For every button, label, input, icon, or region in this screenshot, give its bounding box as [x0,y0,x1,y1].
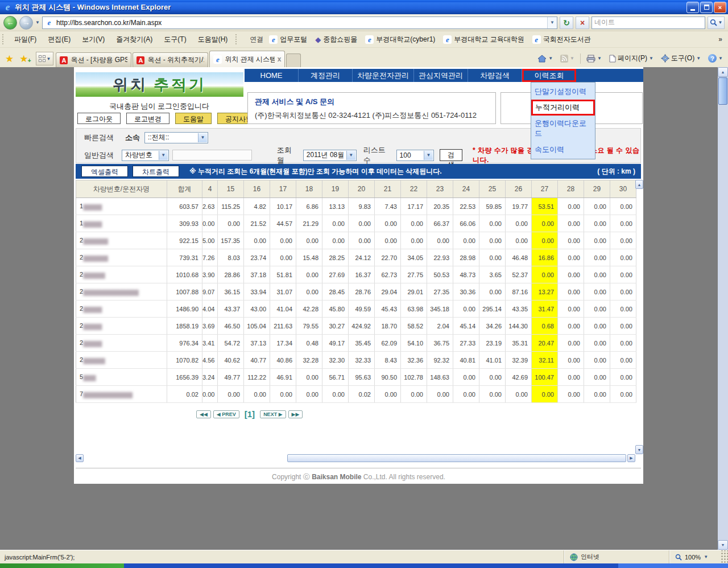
table-vertical-scrollbar[interactable]: ▲ ▼ [635,180,643,454]
tab-active[interactable]: e위치 관제 시스템x [209,51,285,67]
table-row: 1██████309.930.000.0021.5244.5721.290.00… [76,215,636,232]
field-select[interactable]: 차량번호▼ [122,150,169,161]
web-search-input[interactable] [592,17,705,29]
last-page-button[interactable]: ▶▶ [288,410,303,418]
chart-export-button[interactable]: 차트출력 [133,166,179,177]
nav-item-이력조회[interactable]: 이력조회 [522,69,576,82]
tab-inactive[interactable]: A옥션 - [차량용 GPS 위치... [56,52,131,67]
link-label: 국회전자도서관 [543,35,591,44]
distance-cell: 0.00 [453,369,479,386]
menu-도움말(H)[interactable]: 도움말(H) [192,32,234,47]
home-button[interactable]: ▼ [535,53,556,64]
history-dropdown-icon[interactable]: ▼ [35,20,40,25]
scroll-left-icon[interactable]: ◀ [76,454,84,462]
account-button-도움말[interactable]: 도움말 [175,113,212,124]
link-item[interactable]: e부경대학교(cyber1) [363,34,437,46]
column-header-4: 4 [202,180,218,198]
back-button[interactable]: ← [3,16,17,30]
page-dropdown-icon[interactable]: ▼ [649,56,653,61]
quick-tabs-dropdown-icon[interactable]: ▼ [47,56,51,61]
zoom-dropdown-icon[interactable]: ▼ [704,554,708,559]
menu-item-운행이력다운로드[interactable]: 운행이력다운로드 [531,116,595,142]
prev-page-button[interactable]: ◀ PREV [213,410,239,418]
ie-icon: e [443,35,452,44]
menu-보기(V)[interactable]: 보기(V) [76,32,110,47]
page-icon: e [45,18,53,27]
web-search-field[interactable] [594,19,702,27]
menu-도구(T)[interactable]: 도구(T) [158,32,192,47]
tools-button[interactable]: 도구(O) ▼ [658,52,704,64]
scroll-down-icon[interactable]: ▼ [635,445,643,454]
scroll-up-icon[interactable]: ▲ [718,67,728,77]
browser-vertical-scrollbar[interactable]: ▲ ▼ [718,67,728,550]
forward-button[interactable]: → [19,16,33,30]
hscroll-thumb[interactable] [287,454,626,462]
home-dropdown-icon[interactable]: ▼ [548,56,553,61]
nav-item-HOME[interactable]: HOME [245,69,299,82]
home-icon [537,55,547,63]
menu-item-단말기설정이력[interactable]: 단말기설정이력 [531,84,595,100]
url-text[interactable]: http://lbs.searchon.co.kr/Main.aspx [56,19,544,27]
vscroll-thumb[interactable] [718,77,727,105]
favorites-star-icon[interactable]: ★ [2,53,16,67]
link-item[interactable]: e업무포털 [267,34,309,46]
link-item[interactable]: e국회전자도서관 [530,34,593,46]
search-options-icon[interactable]: ▼ [718,20,723,25]
zoom-control[interactable]: 100% ▼ [669,550,720,563]
stop-button[interactable]: × [576,17,589,29]
link-item[interactable]: ◆종합쇼핑몰 [313,34,359,46]
table-horizontal-scrollbar[interactable]: ◀ ▶ [76,454,635,462]
distance-cell: 5.00 [202,232,218,249]
close-button[interactable]: × [714,2,726,13]
next-page-button[interactable]: NEXT ▶ [260,410,286,418]
account-button-로그아웃[interactable]: 로그아웃 [77,113,121,124]
scroll-down-icon[interactable]: ▼ [718,540,728,550]
feeds-button[interactable]: ▼ [557,53,577,64]
nav-item-계정관리[interactable]: 계정관리 [299,69,353,82]
menu-편집(E)[interactable]: 편집(E) [42,32,76,47]
refresh-button[interactable]: ↻ [560,17,573,29]
links-bar: 연결 e업무포털◆종합쇼핑몰e부경대학교(cyber1)e부경대학교 교육대학원… [250,34,728,46]
account-button-로고변경[interactable]: 로고변경 [126,113,169,124]
menu-파일(F)[interactable]: 파일(F) [9,32,42,47]
distance-cell: 0.00 [218,386,244,403]
auction-icon: A [60,56,68,64]
start-button-edge[interactable] [0,563,124,568]
new-tab-stub[interactable] [286,53,301,67]
tab-close-icon[interactable]: x [278,55,282,63]
excel-export-button[interactable]: 엑셀출력 [81,166,128,177]
help-button[interactable]: ? ▼ [705,53,726,64]
search-go-button[interactable]: ▼ [708,17,725,29]
minimize-button[interactable] [686,2,699,13]
add-favorite-icon[interactable]: ★+ [16,53,31,67]
nav-item-차량검색[interactable]: 차량검색 [468,69,522,82]
list-count-select[interactable]: 100▼ [396,150,434,161]
tab-label: 옥션 - [차량용 GPS 위치... [71,55,127,65]
maximize-button[interactable] [700,2,713,13]
menu-item-누적거리이력[interactable]: 누적거리이력 [531,100,595,116]
link-label: 부경대학교(cyber1) [376,35,435,44]
links-overflow-chevron[interactable]: » [718,35,722,43]
menu-즐겨찾기(A)[interactable]: 즐겨찾기(A) [110,32,158,47]
group-select[interactable]: ::전체::▼ [144,132,208,143]
print-dropdown-icon[interactable]: ▼ [597,56,602,61]
tab-inactive[interactable]: A옥션 - 위치추적기/차량... [133,52,208,67]
page-button[interactable]: 페이지(P) ▼ [606,52,656,64]
keyword-input[interactable] [172,150,252,160]
menu-item-속도이력[interactable]: 속도이력 [531,142,595,158]
nav-item-관심지역관리[interactable]: 관심지역관리 [414,69,468,82]
print-button[interactable]: ▼ [584,53,605,64]
nav-item-차량운전자관리[interactable]: 차량운전자관리 [353,69,414,82]
search-button[interactable]: 검색 [440,149,462,161]
scroll-right-icon[interactable]: ▶ [627,454,635,462]
scroll-up-icon[interactable]: ▲ [635,180,643,189]
first-page-button[interactable]: ◀◀ [196,410,211,418]
link-item[interactable]: e부경대학교 교육대학원 [441,34,526,46]
help-dropdown-icon[interactable]: ▼ [718,56,723,61]
tools-dropdown-icon[interactable]: ▼ [696,56,701,61]
quick-tabs-button[interactable]: ▼ [36,52,54,65]
address-dropdown-icon[interactable]: ▼ [547,17,557,28]
month-label: 조회 월 [277,145,299,166]
month-select[interactable]: 2011년 08월▼ [303,150,357,161]
address-input[interactable]: e http://lbs.searchon.co.kr/Main.aspx ▼ [42,17,557,29]
